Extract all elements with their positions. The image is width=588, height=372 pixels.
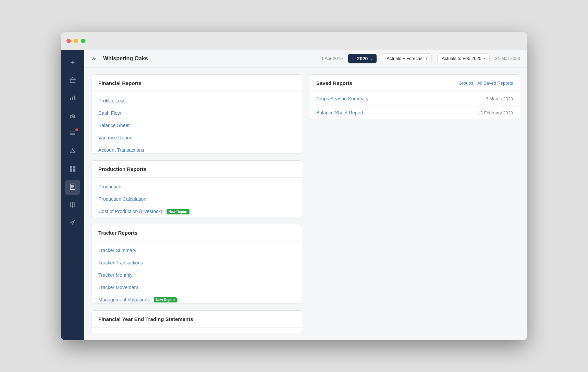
saved-report-row-2: Balance Sheet Report 12 February 2020 bbox=[309, 106, 520, 120]
production-reports-card: Production Reports Production Production… bbox=[91, 160, 302, 217]
svg-point-5 bbox=[73, 116, 75, 118]
svg-rect-3 bbox=[74, 96, 75, 100]
svg-line-12 bbox=[71, 150, 73, 152]
tracker-movement-link[interactable]: Tracker Movement bbox=[91, 281, 302, 294]
new-report-badge-production: New Report bbox=[167, 209, 190, 214]
book-icon bbox=[69, 201, 76, 210]
new-report-badge-tracker: New Report bbox=[154, 297, 177, 302]
financial-year-end-card: Financial Year End Trading Statements bbox=[91, 310, 302, 333]
tracker-monthly-link[interactable]: Tracker Monthly bbox=[91, 269, 302, 281]
cost-of-production-link[interactable]: Cost of Production (Livestock) New Repor… bbox=[91, 205, 302, 217]
all-saved-reports-link[interactable]: All Saved Reports bbox=[477, 80, 513, 86]
sidebar-item-farm[interactable] bbox=[65, 73, 80, 88]
variance-report-link[interactable]: Variance Report bbox=[91, 132, 302, 144]
year-next-button[interactable]: › bbox=[371, 56, 372, 61]
saved-report-name-1[interactable]: Crops Season Summary bbox=[316, 96, 369, 101]
year-prev-button[interactable]: ‹ bbox=[352, 56, 354, 61]
expand-icon[interactable]: ≫ bbox=[91, 56, 96, 61]
app-window: ✦ bbox=[61, 32, 527, 340]
production-reports-header: Production Reports bbox=[91, 161, 302, 178]
sidebar: ✦ bbox=[61, 50, 84, 340]
content-area: Financial Reports Profit & Loss Cash Flo… bbox=[84, 67, 527, 340]
saved-reports-header: Saved Reports Groups All Saved Reports bbox=[309, 75, 520, 92]
cost-of-production-label: Cost of Production (Livestock) bbox=[98, 209, 162, 214]
date-start: 1 Apr 2019 bbox=[321, 56, 343, 61]
svg-rect-16 bbox=[73, 166, 75, 169]
management-valuations-link[interactable]: Management Valuations New Report bbox=[91, 294, 302, 303]
svg-line-13 bbox=[73, 150, 75, 152]
saved-reports-title: Saved Reports bbox=[316, 80, 352, 86]
svg-rect-15 bbox=[70, 166, 72, 169]
svg-point-9 bbox=[72, 148, 73, 150]
account-transactions-link[interactable]: Account Transactions bbox=[91, 144, 302, 153]
profit-loss-link[interactable]: Profit & Loss bbox=[91, 95, 302, 107]
chevron-down-icon-2: ▾ bbox=[483, 57, 485, 60]
grid-icon bbox=[69, 165, 76, 174]
svg-point-10 bbox=[70, 152, 71, 153]
svg-point-4 bbox=[70, 116, 72, 118]
chart-icon bbox=[69, 94, 76, 103]
saved-reports-actions: Groups All Saved Reports bbox=[458, 80, 513, 86]
date-end: 31 Mar 2020 bbox=[495, 56, 520, 61]
list-icon bbox=[69, 130, 76, 138]
saved-reports-list: Crops Season Summary 3 March 2020 Balanc… bbox=[309, 92, 520, 120]
sidebar-item-grid[interactable] bbox=[65, 162, 80, 177]
saved-report-date-2: 12 February 2020 bbox=[478, 110, 513, 115]
financial-reports-body: Profit & Loss Cash Flow Balance Sheet Va… bbox=[91, 92, 302, 153]
tractor-icon bbox=[69, 112, 76, 121]
sidebar-item-chart[interactable] bbox=[65, 91, 80, 106]
production-reports-body: Production Production Calculation Cost o… bbox=[91, 178, 302, 217]
svg-point-23 bbox=[72, 221, 74, 223]
tracker-reports-body: Tracker Summary Tracker Transactions Tra… bbox=[91, 241, 302, 303]
actuals-forecast-filter[interactable]: Actuals + Forecast ▾ bbox=[382, 53, 432, 63]
svg-point-11 bbox=[74, 152, 75, 153]
year-navigator: ‹ 2020 › bbox=[348, 54, 377, 63]
sidebar-item-reports[interactable] bbox=[65, 180, 80, 195]
sidebar-item-list[interactable] bbox=[65, 126, 80, 141]
balance-sheet-link[interactable]: Balance Sheet bbox=[91, 119, 302, 132]
sidebar-item-logo[interactable]: ✦ bbox=[65, 55, 80, 70]
financial-year-end-header: Financial Year End Trading Statements bbox=[91, 311, 302, 328]
svg-rect-1 bbox=[70, 98, 71, 100]
tracker-transactions-link[interactable]: Tracker Transactions bbox=[91, 257, 302, 269]
maximize-button[interactable] bbox=[81, 39, 85, 43]
cash-flow-link[interactable]: Cash Flow bbox=[91, 107, 302, 119]
farm-name: Whispering Oaks bbox=[103, 55, 316, 62]
actuals-date-filter[interactable]: Actuals to Feb 2020 ▾ bbox=[437, 53, 490, 63]
title-bar bbox=[61, 32, 527, 50]
reports-icon bbox=[69, 183, 76, 192]
actuals-date-label: Actuals to Feb 2020 bbox=[442, 56, 481, 61]
saved-reports-card: Saved Reports Groups All Saved Reports C… bbox=[309, 74, 520, 120]
network-icon bbox=[69, 148, 76, 156]
production-link[interactable]: Production bbox=[91, 181, 302, 193]
settings-icon bbox=[69, 219, 76, 227]
management-valuations-label: Management Valuations bbox=[98, 297, 150, 302]
notification-badge bbox=[75, 128, 78, 131]
app-body: ✦ bbox=[61, 50, 527, 340]
tracker-reports-card: Tracker Reports Tracker Summary Tracker … bbox=[91, 224, 302, 303]
chevron-down-icon: ▾ bbox=[426, 57, 427, 60]
sidebar-item-book[interactable] bbox=[65, 198, 80, 213]
svg-rect-18 bbox=[73, 169, 75, 172]
financial-reports-card: Financial Reports Profit & Loss Cash Flo… bbox=[91, 74, 302, 153]
left-column: Financial Reports Profit & Loss Cash Flo… bbox=[91, 74, 302, 333]
close-button[interactable] bbox=[66, 39, 71, 43]
svg-rect-17 bbox=[70, 169, 72, 172]
tracker-summary-link[interactable]: Tracker Summary bbox=[91, 244, 302, 257]
financial-year-end-body bbox=[91, 328, 302, 333]
saved-report-date-1: 3 March 2020 bbox=[486, 96, 513, 101]
saved-report-row-1: Crops Season Summary 3 March 2020 bbox=[309, 92, 520, 106]
saved-report-name-2[interactable]: Balance Sheet Report bbox=[316, 110, 363, 115]
logo-icon: ✦ bbox=[70, 59, 75, 66]
top-bar: ≫ Whispering Oaks 1 Apr 2019 ‹ 2020 › Ac… bbox=[84, 50, 527, 67]
sidebar-item-tractor[interactable] bbox=[65, 109, 80, 124]
sidebar-item-network[interactable] bbox=[65, 144, 80, 159]
traffic-lights bbox=[66, 39, 85, 43]
financial-reports-header: Financial Reports bbox=[91, 75, 302, 92]
minimize-button[interactable] bbox=[74, 39, 78, 43]
groups-link[interactable]: Groups bbox=[458, 80, 473, 86]
sidebar-item-settings[interactable] bbox=[65, 215, 80, 231]
right-column: Saved Reports Groups All Saved Reports C… bbox=[309, 74, 520, 333]
production-calculation-link[interactable]: Production Calculation bbox=[91, 193, 302, 205]
year-label: 2020 bbox=[357, 56, 368, 61]
